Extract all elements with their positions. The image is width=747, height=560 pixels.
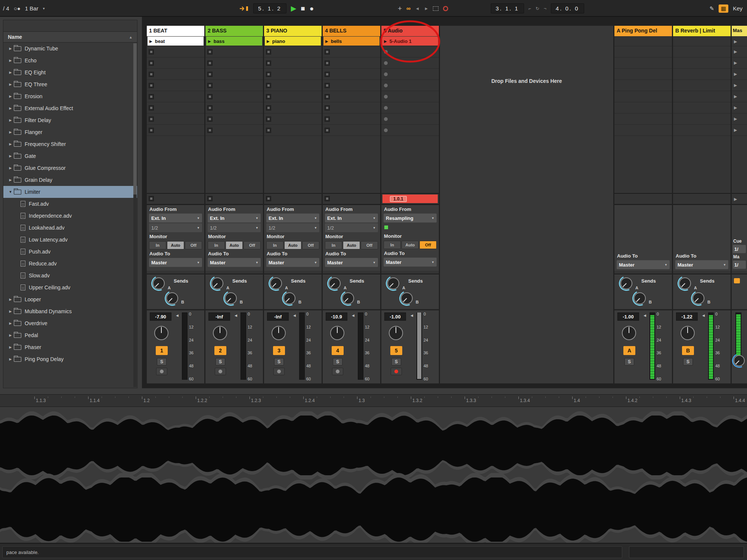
- link-icon[interactable]: ∞: [406, 5, 410, 12]
- scene-launch-icon[interactable]: ▶: [734, 128, 737, 133]
- output-select[interactable]: Master▼: [384, 258, 437, 267]
- quantize-menu[interactable]: 1 Bar: [25, 5, 38, 12]
- track-activator-button[interactable]: 5: [390, 346, 402, 355]
- clip-slot[interactable]: [673, 113, 731, 125]
- clip-slot[interactable]: [147, 57, 204, 69]
- chevron-right-icon[interactable]: ▶: [7, 298, 14, 301]
- pan-knob[interactable]: [330, 326, 344, 340]
- input-channel-select[interactable]: 1/2▼: [266, 223, 319, 232]
- volume-display[interactable]: -10.9: [326, 312, 347, 321]
- clip-slot[interactable]: [673, 57, 731, 69]
- clip-slot[interactable]: ▶5-Audio 1: [381, 36, 439, 46]
- input-channel-select[interactable]: 1/2▼: [149, 223, 202, 232]
- pencil-icon[interactable]: ✎: [709, 5, 714, 12]
- chevron-down-icon[interactable]: ▼: [7, 190, 14, 194]
- clip-slot[interactable]: [381, 46, 439, 57]
- browser-item[interactable]: ▶Dynamic Tube: [3, 43, 137, 55]
- browser-item[interactable]: ▶Gate: [3, 150, 137, 162]
- clip-slot[interactable]: ▶bells: [323, 36, 380, 46]
- key-map-button[interactable]: Key: [733, 5, 743, 12]
- pan-knob[interactable]: [622, 326, 636, 340]
- solo-button[interactable]: S: [683, 358, 693, 365]
- arm-button[interactable]: [156, 368, 167, 375]
- chevron-right-icon[interactable]: ▶: [7, 309, 14, 313]
- chevron-down-icon[interactable]: ▾: [43, 6, 45, 10]
- browser-item[interactable]: Reduce.adv: [3, 258, 137, 270]
- clip-slot[interactable]: [381, 91, 439, 102]
- output-select[interactable]: Master▼: [208, 258, 261, 267]
- clip-launch-icon[interactable]: ▶: [325, 39, 328, 43]
- cue-volume-knob[interactable]: [734, 355, 745, 366]
- clip-slot[interactable]: [264, 113, 322, 125]
- input-type-select[interactable]: Ext. In▼: [266, 214, 319, 223]
- send-b-knob[interactable]: [283, 292, 295, 304]
- track-activator-button[interactable]: 2: [214, 346, 226, 355]
- scene-launch-icon[interactable]: ▶: [734, 83, 737, 88]
- arrangement-timeline-ruler[interactable]: 1.1.31.1.41.21.2.21.2.31.2.41.31.3.21.3.…: [0, 394, 747, 407]
- scene-slot[interactable]: ▶: [732, 57, 747, 69]
- return-header[interactable]: A Ping Pong Del: [614, 26, 672, 36]
- clip-slot[interactable]: [323, 125, 380, 136]
- track-header[interactable]: 2 BASS: [205, 26, 263, 36]
- session-clip[interactable]: ▶bass: [206, 37, 262, 46]
- browser-scrollbar[interactable]: [133, 43, 137, 387]
- output-select[interactable]: Master▼: [325, 258, 378, 267]
- volume-display[interactable]: -Inf: [208, 312, 230, 321]
- monitor-auto-button[interactable]: Auto: [284, 241, 301, 249]
- browser-item[interactable]: ▶Flanger: [3, 126, 137, 138]
- input-type-select[interactable]: Resampling▼: [384, 214, 437, 223]
- chevron-right-icon[interactable]: ▶: [7, 154, 14, 158]
- clip-slot[interactable]: [147, 46, 204, 57]
- scene-launch-icon[interactable]: ▶: [734, 60, 737, 65]
- clip-stop-slot[interactable]: 1.0.1: [381, 194, 439, 204]
- scene-launch-icon[interactable]: ▶: [734, 197, 737, 202]
- browser-item[interactable]: ▶Erosion: [3, 90, 137, 102]
- clip-slot[interactable]: [205, 57, 263, 69]
- clip-slot[interactable]: [381, 125, 439, 136]
- metronome-icon[interactable]: ○●: [14, 5, 21, 12]
- browser-item[interactable]: ▶Overdrive: [3, 317, 137, 329]
- volume-display[interactable]: -1.22: [676, 312, 698, 321]
- clip-slot[interactable]: [147, 91, 204, 102]
- chevron-right-icon[interactable]: ▶: [7, 71, 14, 74]
- scene-launch-icon[interactable]: ▶: [734, 49, 737, 54]
- chevron-right-icon[interactable]: ▶: [7, 357, 14, 361]
- session-clip[interactable]: ▶bells: [323, 37, 379, 46]
- clip-slot[interactable]: ▶piano: [264, 36, 322, 46]
- send-a-knob[interactable]: [270, 277, 282, 289]
- clip-slot[interactable]: [205, 80, 263, 91]
- loop-length[interactable]: 4. 0. 0: [551, 3, 584, 13]
- loop-icon[interactable]: ↻: [536, 6, 539, 11]
- track-activator-button[interactable]: A: [623, 346, 635, 355]
- browser-item[interactable]: Independence.adv: [3, 210, 137, 222]
- clip-slot[interactable]: [614, 91, 672, 102]
- solo-button[interactable]: S: [157, 358, 167, 365]
- send-b-knob[interactable]: [401, 292, 413, 304]
- clip-slot[interactable]: [323, 69, 380, 80]
- monitor-off-button[interactable]: Off: [244, 241, 261, 249]
- browser-item[interactable]: Push.adv: [3, 246, 137, 258]
- clip-slot[interactable]: [673, 80, 731, 91]
- clip-slot[interactable]: [381, 69, 439, 80]
- chevron-right-icon[interactable]: ▶: [7, 321, 14, 325]
- session-record-button[interactable]: [443, 6, 448, 11]
- scene-launch-icon[interactable]: ▶: [734, 105, 737, 110]
- browser-item[interactable]: ▼Limiter: [3, 186, 137, 198]
- arrow-left-icon[interactable]: ◄: [415, 6, 420, 11]
- clip-slot[interactable]: [147, 102, 204, 113]
- plus-icon[interactable]: +: [398, 4, 402, 13]
- cue-out-select[interactable]: 1/: [733, 245, 746, 253]
- send-a-knob[interactable]: [387, 277, 399, 289]
- session-clip[interactable]: ▶piano: [265, 37, 321, 46]
- browser-item[interactable]: ▶Filter Delay: [3, 114, 137, 126]
- monitor-auto-button[interactable]: Auto: [167, 241, 184, 249]
- monitor-off-button[interactable]: Off: [185, 241, 202, 249]
- clip-slot[interactable]: [614, 57, 672, 69]
- browser-item[interactable]: Slow.adv: [3, 270, 137, 281]
- monitor-in-button[interactable]: In: [266, 241, 283, 249]
- input-type-select[interactable]: Ext. In▼: [149, 214, 202, 223]
- clip-slot[interactable]: [323, 113, 380, 125]
- clip-launch-icon[interactable]: ▶: [267, 39, 270, 43]
- monitor-in-button[interactable]: In: [208, 241, 225, 249]
- clip-slot[interactable]: [673, 91, 731, 102]
